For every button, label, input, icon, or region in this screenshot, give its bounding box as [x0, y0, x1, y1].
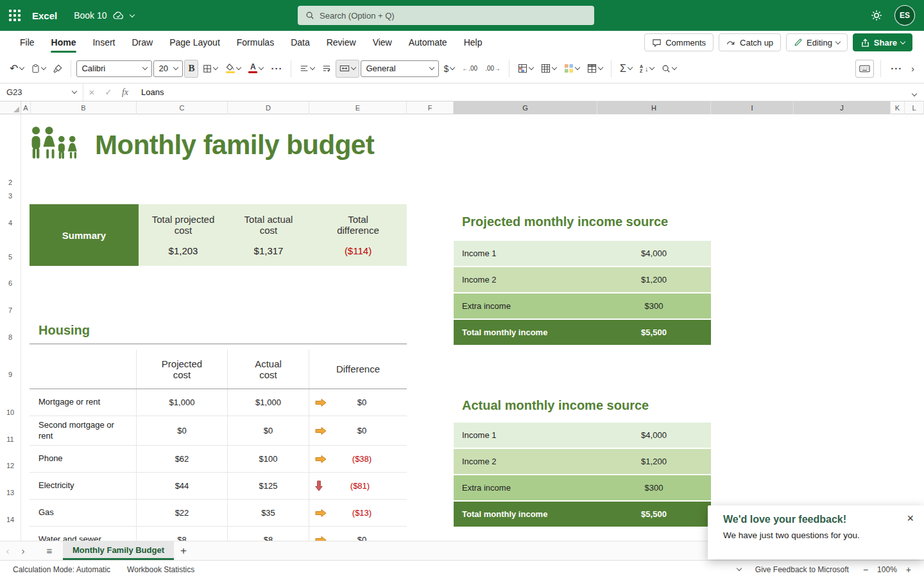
- menu-tab-home[interactable]: Home: [43, 31, 85, 54]
- column-header-J[interactable]: J: [794, 101, 891, 114]
- difference-cell[interactable]: $0: [309, 527, 407, 541]
- find-button[interactable]: [658, 60, 680, 78]
- difference-cell[interactable]: ($81): [309, 473, 407, 499]
- font-size-select[interactable]: 20: [153, 60, 183, 77]
- share-button[interactable]: Share: [853, 33, 912, 51]
- comments-button[interactable]: Comments: [644, 33, 714, 51]
- enter-button[interactable]: ✓: [100, 87, 117, 97]
- zoom-out-button[interactable]: −: [863, 565, 868, 575]
- actual-cost-cell[interactable]: $125: [228, 473, 309, 499]
- font-name-select[interactable]: Calibri: [76, 60, 152, 77]
- bold-button[interactable]: B: [184, 60, 198, 78]
- row-header-4[interactable]: 4: [0, 202, 21, 243]
- menu-tab-review[interactable]: Review: [318, 31, 364, 54]
- menu-tab-data[interactable]: Data: [282, 31, 318, 54]
- give-feedback-link[interactable]: Give Feedback to Microsoft: [755, 565, 849, 574]
- actual-cost-cell[interactable]: $0: [228, 416, 309, 445]
- workbook-statistics-button[interactable]: Workbook Statistics: [127, 565, 194, 574]
- sheet-canvas[interactable]: Monthly family budget Summary Total proj…: [0, 114, 924, 541]
- borders-button[interactable]: [200, 60, 221, 78]
- difference-cell[interactable]: $0: [309, 416, 407, 445]
- format-painter-button[interactable]: [50, 60, 65, 78]
- search-box[interactable]: [298, 6, 594, 25]
- income-row[interactable]: Extra income$300: [454, 293, 711, 319]
- summary-value-cell[interactable]: ($114): [309, 245, 407, 266]
- font-more-button[interactable]: ···: [268, 60, 286, 78]
- menu-tab-formulas[interactable]: Formulas: [228, 31, 282, 54]
- row-header-10[interactable]: 10: [0, 399, 21, 426]
- name-box[interactable]: G23: [0, 83, 83, 101]
- column-header-F[interactable]: F: [407, 101, 454, 114]
- row-header-13[interactable]: 13: [0, 479, 21, 506]
- row-header-3[interactable]: 3: [0, 189, 21, 202]
- sheet-tab-active[interactable]: Monthly Family Budget: [63, 541, 174, 560]
- currency-format-button[interactable]: $: [440, 60, 458, 78]
- summary-header-cell[interactable]: Total actual cost: [228, 204, 309, 245]
- projected-cost-cell[interactable]: $1,000: [137, 389, 228, 416]
- actual-cost-cell[interactable]: $100: [228, 446, 309, 472]
- select-all-corner[interactable]: [0, 101, 21, 114]
- conditional-formatting-button[interactable]: [515, 60, 536, 78]
- actual-cost-cell[interactable]: $8: [228, 527, 309, 541]
- menu-tab-view[interactable]: View: [364, 31, 400, 54]
- projected-income-title[interactable]: Projected monthly income source: [462, 215, 668, 229]
- projected-cost-cell[interactable]: $8: [137, 527, 228, 541]
- menu-tab-draw[interactable]: Draw: [123, 31, 161, 54]
- row-header-12[interactable]: 12: [0, 452, 21, 479]
- undo-button[interactable]: ↶: [6, 60, 27, 78]
- income-row[interactable]: Income 2$1,200: [454, 449, 711, 474]
- sheet-nav-prev-button[interactable]: ‹: [0, 541, 15, 560]
- income-total-row[interactable]: Total monthly income$5,500: [454, 320, 711, 345]
- housing-header-difference[interactable]: Difference: [309, 349, 407, 389]
- column-header-L[interactable]: L: [905, 101, 924, 114]
- column-header-I[interactable]: I: [711, 101, 794, 114]
- summary-header-cell[interactable]: Total projected cost: [139, 204, 228, 245]
- editing-mode-button[interactable]: Editing: [786, 33, 848, 51]
- summary-label-cell[interactable]: Summary: [30, 204, 139, 266]
- projected-cost-cell[interactable]: $44: [137, 473, 228, 499]
- income-total-row[interactable]: Total monthly income$5,500: [454, 502, 711, 527]
- increase-decimal-button[interactable]: ←.00: [459, 60, 481, 78]
- cell-styles-button[interactable]: [561, 60, 583, 78]
- catch-up-button[interactable]: Catch up: [719, 33, 781, 51]
- row-header-11[interactable]: 11: [0, 426, 21, 452]
- calc-mode-status[interactable]: Calculation Mode: Automatic: [13, 565, 110, 574]
- font-color-button[interactable]: A: [245, 60, 266, 78]
- difference-cell[interactable]: ($13): [309, 500, 407, 526]
- number-format-select[interactable]: General: [361, 60, 439, 77]
- zoom-level[interactable]: 100%: [877, 565, 897, 574]
- zoom-in-button[interactable]: +: [906, 565, 911, 575]
- autosum-button[interactable]: Σ: [617, 60, 635, 78]
- housing-title[interactable]: Housing: [38, 323, 90, 338]
- row-header-blank[interactable]: [0, 114, 21, 175]
- actual-cost-cell[interactable]: $1,000: [228, 389, 309, 416]
- actual-cost-cell[interactable]: $35: [228, 500, 309, 526]
- row-header-8[interactable]: 8: [0, 324, 21, 350]
- insert-table-button[interactable]: [584, 60, 606, 78]
- menu-tab-help[interactable]: Help: [456, 31, 491, 54]
- row-header-6[interactable]: 6: [0, 270, 21, 297]
- income-row[interactable]: Extra income$300: [454, 475, 711, 500]
- paste-button[interactable]: [28, 60, 49, 78]
- wrap-text-button[interactable]: [319, 60, 334, 78]
- expense-label-cell[interactable]: Gas: [30, 500, 137, 526]
- alignment-button[interactable]: [296, 60, 318, 78]
- difference-cell[interactable]: ($38): [309, 446, 407, 472]
- menu-tab-page-layout[interactable]: Page Layout: [161, 31, 228, 54]
- column-header-K[interactable]: K: [891, 101, 905, 114]
- fill-color-button[interactable]: [222, 60, 244, 78]
- workbook-title[interactable]: Book 10: [74, 10, 133, 21]
- expense-label-cell[interactable]: Second mortgage or rent: [30, 416, 137, 445]
- housing-header-projected[interactable]: Projected cost: [137, 349, 228, 389]
- close-icon[interactable]: ×: [907, 512, 914, 525]
- sheet-main-title[interactable]: Monthly family budget: [95, 130, 374, 161]
- chevron-down-icon[interactable]: [737, 566, 742, 571]
- sort-filter-button[interactable]: AZ ↓: [637, 60, 658, 78]
- column-header-D[interactable]: D: [228, 101, 309, 114]
- menu-tab-file[interactable]: File: [12, 31, 43, 54]
- income-row[interactable]: Income 2$1,200: [454, 267, 711, 292]
- column-header-B[interactable]: B: [31, 101, 137, 114]
- row-header-blank[interactable]: [0, 533, 21, 541]
- decrease-decimal-button[interactable]: .00→: [482, 60, 504, 78]
- search-input[interactable]: [320, 11, 586, 21]
